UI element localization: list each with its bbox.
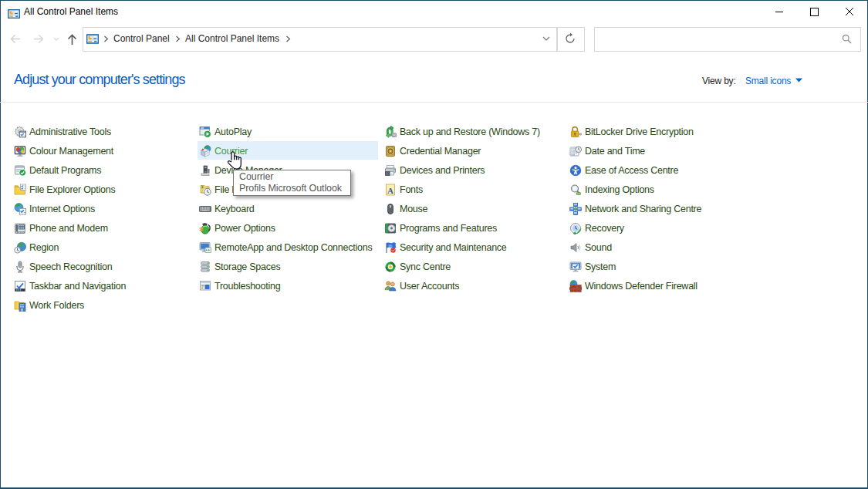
svg-text:A: A [387,186,393,195]
